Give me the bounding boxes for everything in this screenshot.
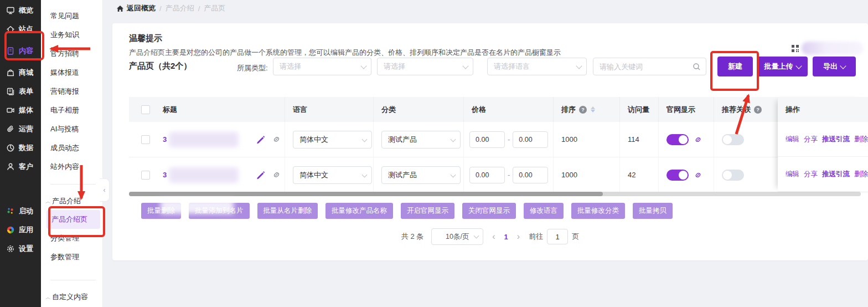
- edit-link[interactable]: 编辑: [786, 170, 799, 179]
- site-display-toggle[interactable]: [666, 170, 689, 181]
- submenu-item-parameter-management[interactable]: 参数管理: [41, 248, 102, 267]
- batch-upload-button[interactable]: 批量上传: [757, 57, 808, 76]
- sort-carets-icon[interactable]: [591, 106, 595, 112]
- price-min-input[interactable]: [469, 167, 505, 183]
- submenu-item-media-report[interactable]: 媒体报道: [41, 63, 102, 82]
- change-language-button[interactable]: 修改语言: [524, 203, 564, 219]
- breadcrumb-home[interactable]: 返回概览: [116, 3, 156, 13]
- submenu-group-product-intro[interactable]: ︿产品介绍: [41, 192, 102, 210]
- disable-site-display-button[interactable]: 关闭官网显示: [462, 203, 516, 219]
- submenu-item-external-content[interactable]: 站外内容: [41, 157, 102, 176]
- sidebar-item-mall[interactable]: 商城: [0, 63, 41, 82]
- prev-page-button[interactable]: ‹: [491, 232, 496, 242]
- batch-copy-button[interactable]: 批量拷贝: [633, 203, 673, 219]
- batch-delete-button[interactable]: 批量删除: [141, 203, 181, 219]
- batch-change-category-button[interactable]: 批量修改分类: [571, 203, 625, 219]
- push-traffic-link[interactable]: 推送引流: [822, 170, 850, 179]
- help-icon[interactable]: ?: [754, 106, 762, 114]
- delete-link[interactable]: 删除: [854, 170, 868, 179]
- recommend-toggle[interactable]: [722, 134, 744, 145]
- language-select[interactable]: 简体中文: [293, 131, 372, 149]
- submenu-group-custom-content[interactable]: ︿自定义内容: [41, 288, 102, 306]
- link-icon[interactable]: [272, 135, 281, 144]
- sidebar-collapse-handle[interactable]: ‹: [100, 178, 110, 202]
- link-icon[interactable]: [272, 170, 281, 180]
- page-size-select[interactable]: 10条/页: [431, 228, 483, 245]
- select-all-checkbox[interactable]: [141, 105, 150, 114]
- submenu-item-ealbum[interactable]: 电子相册: [41, 101, 102, 120]
- sidebar-item-site[interactable]: 站点: [0, 20, 41, 39]
- sidebar-item-launch[interactable]: 启动: [0, 202, 41, 221]
- export-button[interactable]: 导出: [813, 57, 856, 76]
- share-link[interactable]: 分享: [804, 170, 818, 179]
- batch-upload-label: 批量上传: [764, 62, 793, 71]
- caret-up-icon: ︿: [45, 198, 51, 204]
- share-link[interactable]: 分享: [804, 135, 818, 144]
- sidebar-item-media[interactable]: 媒体: [0, 101, 41, 120]
- search-icon[interactable]: [693, 63, 701, 73]
- recommend-toggle[interactable]: [722, 170, 744, 181]
- edit-link[interactable]: 编辑: [786, 135, 799, 144]
- site-display-toggle[interactable]: [666, 134, 689, 145]
- submenu-item-category-management[interactable]: 分类管理: [41, 229, 102, 248]
- row-checkbox[interactable]: [141, 171, 150, 180]
- product-title[interactable]: 3: [163, 135, 167, 144]
- submenu-item-business-knowledge[interactable]: 业务知识: [41, 25, 102, 44]
- sidebar-item-content[interactable]: 内容: [0, 39, 41, 63]
- batch-remove-from-card-button[interactable]: 批量从名片删除: [257, 203, 318, 219]
- sidebar-item-operations[interactable]: 运营: [0, 120, 41, 139]
- sidebar-item-overview[interactable]: 概览: [0, 1, 41, 20]
- category-select[interactable]: 测试产品: [381, 131, 461, 149]
- sidebar-item-form[interactable]: 表单: [0, 82, 41, 101]
- price-max-input[interactable]: [513, 131, 548, 148]
- new-button[interactable]: 新建: [717, 57, 753, 76]
- category-select[interactable]: 测试产品: [381, 166, 461, 184]
- filter-select-type-2[interactable]: 请选择: [377, 58, 473, 75]
- submenu-item-member-news[interactable]: 成员动态: [41, 139, 102, 157]
- submenu-item-faq[interactable]: 常见问题: [41, 7, 102, 25]
- horizontal-scrollbar-thumb[interactable]: [129, 192, 603, 196]
- submenu-divider: [50, 184, 96, 185]
- page-title-count: 产品页（共2个）: [129, 61, 192, 71]
- batch-rename-button[interactable]: 批量修改产品名称: [326, 203, 393, 219]
- enable-site-display-button[interactable]: 开启官网显示: [401, 203, 454, 219]
- push-traffic-link[interactable]: 推送引流: [822, 135, 850, 144]
- batch-add-to-card-button[interactable]: 批量添加到名片: [189, 203, 250, 219]
- submenu-item-ai-submission[interactable]: AI与投稿: [41, 120, 102, 139]
- goto-page-input[interactable]: [547, 229, 568, 244]
- next-page-button[interactable]: ›: [516, 232, 521, 242]
- sidebar-item-apps[interactable]: 应用: [0, 221, 41, 239]
- delete-link[interactable]: 删除: [854, 135, 868, 144]
- language-cell: 简体中文: [285, 157, 374, 192]
- breadcrumb-product-intro[interactable]: 产品介绍: [166, 3, 194, 13]
- product-title[interactable]: 3: [163, 171, 167, 179]
- edit-pencil-icon[interactable]: [255, 170, 266, 181]
- page-number[interactable]: 1: [504, 233, 508, 241]
- keyword-input[interactable]: [593, 58, 688, 75]
- row-checkbox[interactable]: [141, 135, 150, 144]
- sidebar-item-settings[interactable]: 设置: [0, 239, 41, 307]
- qr-code-icon[interactable]: [791, 44, 799, 53]
- filter-select-language[interactable]: 请选择语言: [487, 58, 587, 75]
- redacted-label: [802, 42, 864, 55]
- help-icon[interactable]: ?: [579, 106, 587, 114]
- recommend-cell: [714, 157, 778, 192]
- row-checkbox-cell: [129, 122, 155, 157]
- filter-select-type-1[interactable]: 请选择: [273, 58, 371, 75]
- sort-cell: 1000: [554, 122, 620, 157]
- price-cell: -: [464, 122, 554, 157]
- submenu-item-marketing-poster[interactable]: 营销海报: [41, 82, 102, 101]
- submenu-item-product-intro-page[interactable]: 产品介绍页: [46, 210, 100, 229]
- sidebar-item-customer[interactable]: 客户: [0, 157, 41, 176]
- price-min-input[interactable]: [469, 131, 505, 148]
- products-table: 标题 语言 分类 价格 排序 ? 访问量 官网显示 推荐关联 ?: [129, 97, 868, 193]
- language-select[interactable]: 简体中文: [293, 166, 372, 184]
- price-cell: -: [464, 157, 554, 192]
- price-max-input[interactable]: [513, 167, 548, 183]
- submenu-item-recruit[interactable]: 官方招聘: [41, 44, 102, 63]
- sidebar-item-data[interactable]: 数据: [0, 139, 41, 157]
- link-icon[interactable]: [694, 135, 702, 144]
- keyword-search-box: [593, 58, 706, 75]
- edit-pencil-icon[interactable]: [255, 134, 266, 145]
- link-icon[interactable]: [694, 171, 702, 180]
